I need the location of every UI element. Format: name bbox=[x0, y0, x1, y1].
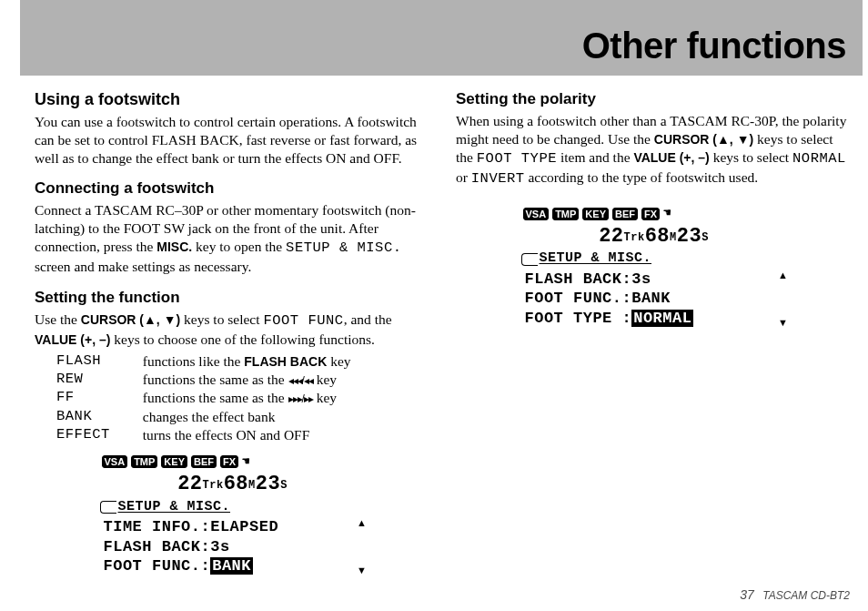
func-desc: changes the effect bank bbox=[143, 408, 358, 426]
text: keys to select bbox=[180, 311, 263, 327]
func-label: FF bbox=[56, 389, 143, 407]
func-label: EFFECT bbox=[56, 426, 143, 444]
value-keys-label: VALUE (+, –) bbox=[35, 332, 110, 347]
func-label: REW bbox=[56, 371, 143, 389]
lcd-tab: FX bbox=[220, 455, 238, 468]
page-footer: 37 TASCAM CD-BT2 bbox=[740, 587, 850, 602]
text: key to open the bbox=[192, 239, 286, 254]
lcd-tab: BEF bbox=[191, 455, 217, 468]
lcd-line-highlight: FOOT TYPE :NORMAL bbox=[525, 309, 776, 328]
page-title: Other functions bbox=[36, 25, 846, 66]
table-row: EFFECTturns the effects ON and OFF bbox=[56, 426, 358, 444]
func-desc: turns the effects ON and OFF bbox=[143, 426, 358, 444]
lcd-tab: TMP bbox=[131, 455, 157, 468]
func-label: FLASH bbox=[56, 352, 143, 372]
text: Use the bbox=[35, 311, 81, 327]
lcd-tab: VSA bbox=[102, 455, 128, 468]
lcd-line: FLASH BACK:3s bbox=[525, 270, 776, 289]
misc-key-label: MISC. bbox=[156, 239, 192, 254]
func-desc: functions the same as the ▸▸▸/▸▸ key bbox=[143, 389, 358, 407]
foot-func-display: FOOT FUNC bbox=[263, 312, 343, 329]
foot-type-display: FOOT TYPE bbox=[477, 150, 557, 167]
flash-back-key: FLASH BACK bbox=[244, 354, 327, 369]
table-row: FLASHfunctions like the FLASH BACK key bbox=[56, 352, 358, 372]
para-using: You can use a footswitch to control cert… bbox=[35, 113, 430, 167]
lcd-section-header: SETUP & MISC. bbox=[100, 499, 369, 516]
lcd-selected-value: NORMAL bbox=[631, 310, 693, 327]
table-row: FFfunctions the same as the ▸▸▸/▸▸ key bbox=[56, 389, 358, 407]
scroll-up-icon: ▲ bbox=[778, 270, 788, 282]
lcd-tab: KEY bbox=[161, 455, 187, 468]
para-connecting: Connect a TASCAM RC–30P or other momenta… bbox=[35, 201, 430, 275]
invert-display: INVERT bbox=[471, 170, 525, 187]
table-row: BANKchanges the effect bank bbox=[56, 408, 358, 426]
value-keys-label: VALUE (+, –) bbox=[633, 150, 709, 165]
lcd-line: FOOT FUNC.:BANK bbox=[525, 289, 776, 308]
lcd-selected-value: BANK bbox=[210, 557, 253, 575]
scroll-down-icon: ▼ bbox=[778, 317, 788, 330]
text: or bbox=[456, 169, 471, 185]
lcd-tab: FX bbox=[641, 208, 660, 220]
text: keys to select bbox=[710, 149, 792, 165]
lcd-line: TIME INFO.:ELAPSED bbox=[104, 517, 355, 536]
lcd-tab: KEY bbox=[582, 208, 609, 220]
text: , and the bbox=[344, 311, 392, 327]
fast-forward-icon: ▸▸▸/▸▸ bbox=[288, 392, 313, 405]
func-desc: functions the same as the ◂◂◂/◂◂ key bbox=[143, 371, 358, 389]
lcd-screenshot-left: VSA TMP KEY BEF FX ☚ 22Trk68M23S SETUP &… bbox=[96, 453, 369, 576]
cursor-keys-label: CURSOR (▲, ▼) bbox=[654, 132, 753, 147]
heading-polarity: Setting the polarity bbox=[456, 90, 852, 108]
model-name: TASCAM CD-BT2 bbox=[762, 589, 850, 602]
heading-setting-function: Setting the function bbox=[35, 289, 430, 307]
lcd-time: 22Trk68M23S bbox=[518, 224, 791, 249]
rewind-icon: ◂◂◂/◂◂ bbox=[288, 374, 313, 387]
lcd-line-highlight: FOOT FUNC.:BANK bbox=[104, 556, 355, 575]
lcd-tab: TMP bbox=[552, 208, 579, 220]
lcd-tab: BEF bbox=[612, 208, 638, 220]
lcd-line: FLASH BACK:3s bbox=[104, 537, 355, 556]
setup-misc-display: SETUP & MISC. bbox=[286, 239, 401, 256]
left-column: Using a footswitch You can use a footswi… bbox=[35, 83, 430, 577]
lcd-tabs: VSA TMP KEY BEF FX ☚ bbox=[518, 206, 791, 222]
text: item and the bbox=[557, 149, 633, 165]
heading-using-footswitch: Using a footswitch bbox=[35, 90, 430, 109]
function-table: FLASHfunctions like the FLASH BACK key R… bbox=[56, 352, 358, 445]
hand-icon: ☚ bbox=[242, 454, 250, 471]
scroll-up-icon: ▲ bbox=[357, 517, 367, 530]
hand-icon: ☚ bbox=[663, 206, 671, 222]
normal-display: NORMAL bbox=[792, 150, 846, 167]
para-setting-function: Use the CURSOR (▲, ▼) keys to select FOO… bbox=[35, 311, 430, 349]
right-column: Setting the polarity When using a footsw… bbox=[456, 83, 852, 577]
text: keys to choose one of the following func… bbox=[110, 331, 375, 347]
title-band: Other functions bbox=[20, 22, 863, 76]
page-number: 37 bbox=[740, 587, 754, 602]
lcd-screenshot-right: VSA TMP KEY BEF FX ☚ 22Trk68M23S SETUP &… bbox=[518, 204, 791, 328]
heading-connecting: Connecting a footswitch bbox=[35, 179, 430, 198]
func-desc: functions like the FLASH BACK key bbox=[143, 352, 358, 372]
lcd-tabs: VSA TMP KEY BEF FX ☚ bbox=[96, 454, 369, 471]
lcd-section-header: SETUP & MISC. bbox=[521, 250, 791, 268]
cursor-keys-label: CURSOR (▲, ▼) bbox=[81, 312, 180, 327]
table-row: REWfunctions the same as the ◂◂◂/◂◂ key bbox=[56, 371, 358, 389]
lcd-time: 22Trk68M23S bbox=[96, 472, 369, 497]
tab-mark-icon bbox=[521, 253, 538, 266]
func-label: BANK bbox=[56, 408, 143, 426]
scroll-down-icon: ▼ bbox=[357, 565, 367, 577]
text: according to the type of footswitch used… bbox=[525, 169, 759, 185]
text: screen and make settings as necessary. bbox=[35, 259, 251, 274]
top-gray-bar bbox=[20, 0, 863, 22]
lcd-tab: VSA bbox=[523, 208, 550, 220]
para-polarity: When using a footswitch other than a TAS… bbox=[456, 112, 852, 188]
tab-mark-icon bbox=[100, 501, 116, 514]
page-columns: Using a footswitch You can use a footswi… bbox=[0, 76, 868, 577]
